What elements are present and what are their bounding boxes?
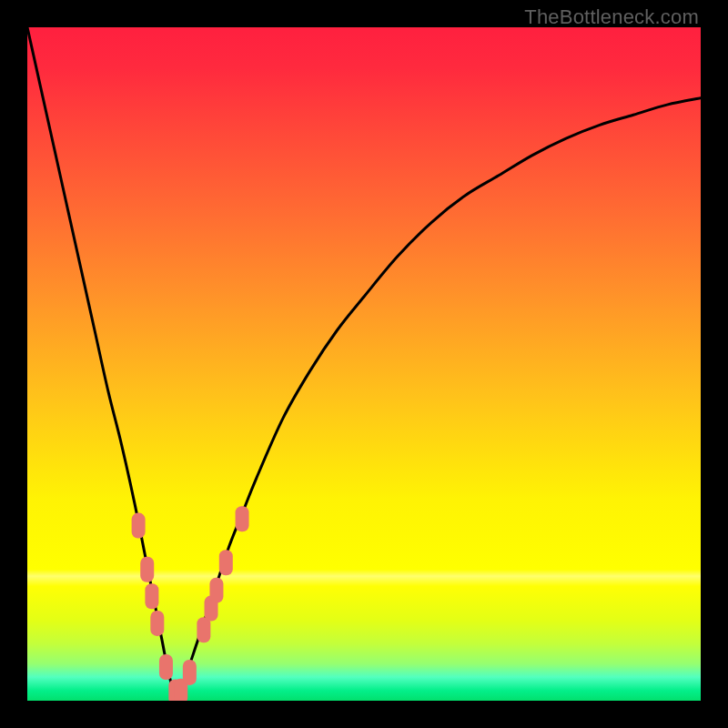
marker-point	[145, 583, 158, 609]
plot-area	[27, 27, 701, 701]
markers-group	[132, 506, 249, 701]
bottleneck-curve	[27, 27, 701, 694]
marker-point	[236, 506, 249, 531]
marker-point	[209, 578, 223, 603]
marker-point	[219, 550, 233, 575]
watermark-text: TheBottleneck.com	[524, 5, 699, 29]
marker-point	[132, 513, 146, 539]
chart-svg	[27, 27, 701, 701]
marker-point	[183, 660, 197, 685]
marker-point	[197, 617, 210, 642]
marker-point	[140, 557, 154, 582]
marker-point	[159, 654, 173, 680]
outer-frame: TheBottleneck.com	[0, 0, 728, 728]
marker-point	[150, 611, 164, 636]
